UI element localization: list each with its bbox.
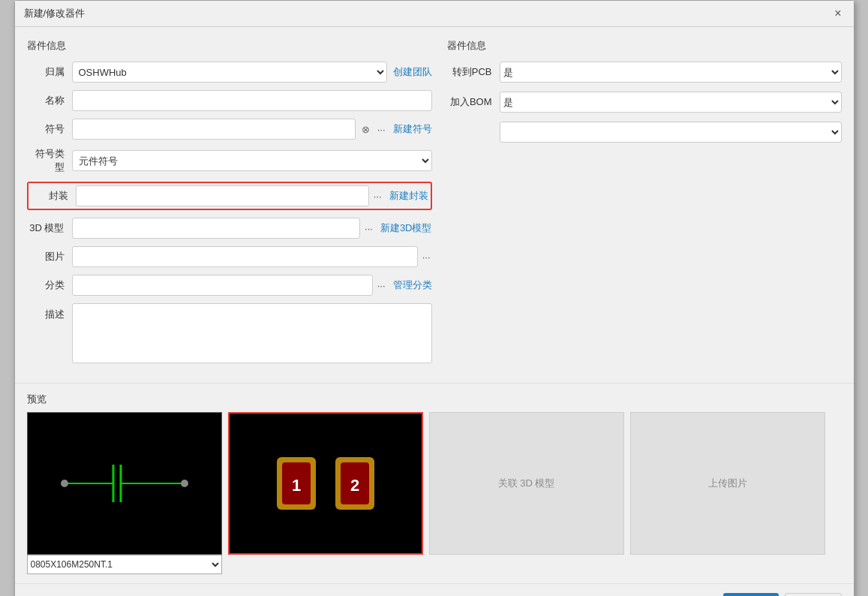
category-row: 分类 ··· 管理分类 <box>27 275 432 296</box>
symbol-row: 符号 0805X106M250NT_C669099 ⊗ ··· 新建符号 <box>27 119 432 140</box>
confirm-button[interactable]: 确认 <box>723 593 779 596</box>
link-3d-button[interactable]: 关联 3D 模型 <box>492 474 561 493</box>
new-model3d-button[interactable]: 新建3D模型 <box>380 221 432 235</box>
close-button[interactable]: × <box>831 7 844 20</box>
footprint-preview-box: 1 2 <box>228 412 423 555</box>
preview-panels: 0805X106M250NT.1 1 2 <box>27 412 842 574</box>
symbol-more-icon[interactable]: ··· <box>376 122 387 137</box>
to-pcb-row: 转到PCB 是 否 <box>447 62 842 83</box>
symbol-preview-box <box>27 412 222 555</box>
upload-image-button[interactable]: 上传图片 <box>702 474 753 493</box>
model3d-input-group: ··· <box>72 218 374 239</box>
symbol-dropdown-container: 0805X106M250NT.1 <box>27 555 222 574</box>
symbol-type-row: 符号类型 元件符号 <box>27 147 432 174</box>
package-input[interactable]: CAP_0603 <box>76 185 369 206</box>
svg-text:1: 1 <box>291 476 300 495</box>
extra-select[interactable] <box>500 122 842 143</box>
library-select[interactable]: OSHWHub <box>72 62 387 83</box>
package-input-group: CAP_0603 ··· <box>76 185 383 206</box>
symbol-type-select[interactable]: 元件符号 <box>72 150 432 171</box>
dialog-title: 新建/修改器件 <box>24 7 86 20</box>
model3d-more-icon[interactable]: ··· <box>363 221 374 236</box>
image-preview-box: 上传图片 <box>630 412 825 555</box>
preview-title: 预览 <box>27 393 842 406</box>
category-more-icon[interactable]: ··· <box>376 278 387 293</box>
symbol-clear-icon[interactable]: ⊗ <box>359 122 373 137</box>
preview-section: 预览 <box>15 383 854 583</box>
desc-label: 描述 <box>27 303 72 321</box>
to-pcb-label: 转到PCB <box>447 65 500 79</box>
svg-text:2: 2 <box>350 476 359 495</box>
svg-point-4 <box>61 480 68 487</box>
create-team-button[interactable]: 创建团队 <box>393 65 432 79</box>
extra-select-row <box>447 122 842 143</box>
dialog: 新建/修改器件 × 器件信息 归属 OSHWHub 创建团队 名称 符号 <box>14 0 854 596</box>
desc-textarea[interactable] <box>72 303 432 363</box>
image-label: 图片 <box>27 250 72 263</box>
desc-row: 描述 <box>27 303 432 363</box>
new-symbol-button[interactable]: 新建符号 <box>393 122 432 136</box>
name-input[interactable] <box>72 90 432 111</box>
left-panel: 器件信息 归属 OSHWHub 创建团队 名称 符号 0805X106M250N… <box>27 39 432 371</box>
right-panel: 器件信息 转到PCB 是 否 加入BOM 是 否 <box>447 39 842 371</box>
category-label: 分类 <box>27 278 72 292</box>
model3d-row: 3D 模型 ··· 新建3D模型 <box>27 218 432 239</box>
dialog-body: 器件信息 归属 OSHWHub 创建团队 名称 符号 0805X106M250N… <box>15 27 854 383</box>
category-input[interactable] <box>72 275 373 296</box>
library-label: 归属 <box>27 65 72 79</box>
symbol-input-group: 0805X106M250NT_C669099 ⊗ ··· <box>72 119 387 140</box>
footprint-preview-svg: 1 2 <box>236 420 416 547</box>
image-row: 图片 ··· <box>27 246 432 267</box>
name-row: 名称 <box>27 90 432 111</box>
symbol-label: 符号 <box>27 122 72 136</box>
library-input-group: OSHWHub <box>72 62 387 83</box>
symbol-preview-dropdown[interactable]: 0805X106M250NT.1 <box>27 555 222 574</box>
bom-row: 加入BOM 是 否 <box>447 92 842 113</box>
image-input[interactable] <box>72 246 418 267</box>
symbol-input[interactable]: 0805X106M250NT_C669099 <box>72 119 356 140</box>
image-more-icon[interactable]: ··· <box>421 250 432 264</box>
symbol-type-label: 符号类型 <box>27 147 72 174</box>
model3d-label: 3D 模型 <box>27 221 72 235</box>
svg-point-5 <box>181 480 188 487</box>
bottom-bar: 确认 取消 <box>15 583 854 596</box>
model3d-preview-box: 关联 3D 模型 <box>429 412 624 555</box>
symbol-preview-container: 0805X106M250NT.1 <box>27 412 222 574</box>
category-input-group: ··· <box>72 275 387 296</box>
library-row: 归属 OSHWHub 创建团队 <box>27 62 432 83</box>
package-highlighted-row: 封装 CAP_0603 ··· 新建封装 <box>27 182 432 210</box>
model3d-input[interactable] <box>72 218 361 239</box>
manage-category-button[interactable]: 管理分类 <box>393 278 432 292</box>
image-input-group: ··· <box>72 246 432 267</box>
new-package-button[interactable]: 新建封装 <box>389 189 428 203</box>
package-more-icon[interactable]: ··· <box>372 189 383 203</box>
name-label: 名称 <box>27 94 72 107</box>
cancel-button[interactable]: 取消 <box>785 593 842 596</box>
bom-select[interactable]: 是 否 <box>500 92 842 113</box>
bom-label: 加入BOM <box>447 95 500 109</box>
title-bar: 新建/修改器件 × <box>15 1 854 27</box>
right-section-title: 器件信息 <box>447 39 842 53</box>
to-pcb-select[interactable]: 是 否 <box>500 62 842 83</box>
package-label: 封装 <box>31 189 76 203</box>
symbol-preview-svg <box>42 438 207 528</box>
left-section-title: 器件信息 <box>27 39 432 53</box>
